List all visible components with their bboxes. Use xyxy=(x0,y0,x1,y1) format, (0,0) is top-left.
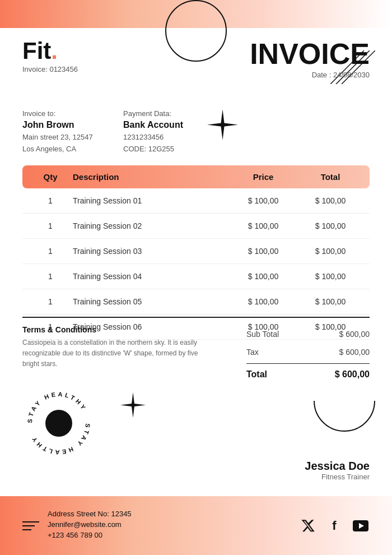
row-qty: 1 xyxy=(28,297,73,306)
total-value: $ 600,00 xyxy=(335,369,370,380)
footer-address: Address Street No: 12345 xyxy=(48,510,299,518)
row-desc: Training Session 03 xyxy=(73,247,230,256)
row-desc: Training Session 04 xyxy=(73,272,230,281)
row-desc: Training Session 05 xyxy=(73,297,230,306)
table-row: 1 Training Session 01 $ 100,00 $ 100,00 xyxy=(22,188,370,214)
col-qty: Qty xyxy=(28,172,73,182)
row-price: $ 100,00 xyxy=(230,297,297,306)
invoice-date: Date : 24/08/2030 xyxy=(250,71,370,79)
logo-section: Fit. Invoice: 0123456 xyxy=(22,39,78,73)
table-row: 1 Training Session 03 $ 100,00 $ 100,00 xyxy=(22,239,370,264)
row-price: $ 100,00 xyxy=(230,272,297,281)
stamp: STAY HEALTHY STAY HEALTHY xyxy=(22,387,95,460)
client-address: Main street 23, 12547 Los Angeles, CA xyxy=(22,132,123,155)
footer-email: Jennifer@website.com xyxy=(48,520,299,529)
table-header: Qty Description Price Total xyxy=(22,165,370,188)
table-row: 1 Training Session 05 $ 100,00 $ 100,00 xyxy=(22,289,370,314)
table-row: 1 Training Session 04 $ 100,00 $ 100,00 xyxy=(22,264,370,289)
footer-line-2 xyxy=(22,525,35,526)
star-decoration-billing xyxy=(207,109,238,142)
section-divider xyxy=(22,317,370,318)
col-price: Price xyxy=(230,172,297,182)
svg-point-5 xyxy=(45,410,72,437)
row-qty: 1 xyxy=(28,196,73,205)
signer-section: Jessica Doe Fitness Trainer xyxy=(305,460,370,481)
row-total: $ 100,00 xyxy=(297,221,364,230)
invoice-title-section: INVOICE Date : 24/08/2030 xyxy=(250,39,370,79)
row-qty: 1 xyxy=(28,272,73,281)
row-total: $ 100,00 xyxy=(297,196,364,205)
row-price: $ 100,00 xyxy=(230,247,297,256)
invoice-title: INVOICE xyxy=(250,39,370,68)
footer-lines-decoration xyxy=(22,521,39,530)
facebook-icon[interactable]: f xyxy=(325,517,343,535)
star-decoration-bottom xyxy=(120,392,146,420)
col-total: Total xyxy=(297,172,364,182)
subtotal-label: Sub Total xyxy=(246,330,279,339)
row-total: $ 100,00 xyxy=(297,247,364,256)
row-qty: 1 xyxy=(28,221,73,230)
total-final-row: Total $ 600,00 xyxy=(246,363,370,384)
terms-text: Cassiopeia is a constellation in the nor… xyxy=(22,337,213,370)
twitter-icon[interactable] xyxy=(299,517,317,535)
tax-row: Tax $ 600,00 xyxy=(246,343,370,361)
client-name: John Brown xyxy=(22,120,123,130)
invoice-table: Qty Description Price Total 1 Training S… xyxy=(22,165,370,340)
footer: Address Street No: 12345 Jennifer@websit… xyxy=(0,496,392,555)
tax-label: Tax xyxy=(246,348,259,357)
footer-line-1 xyxy=(22,521,39,522)
header: Fit. Invoice: 0123456 INVOICE Date : 24/… xyxy=(0,28,392,85)
signer-name: Jessica Doe xyxy=(305,460,370,473)
footer-phone: +123 456 789 00 xyxy=(48,531,299,539)
invoice-number: Invoice: 0123456 xyxy=(22,65,78,73)
logo-text: Fit xyxy=(22,38,51,64)
billing-section: Invoice to: John Brown Main street 23, 1… xyxy=(22,109,370,155)
row-qty: 1 xyxy=(28,247,73,256)
col-desc: Description xyxy=(73,172,230,182)
logo-dot: . xyxy=(51,38,58,64)
row-price: $ 100,00 xyxy=(230,221,297,230)
logo: Fit. xyxy=(22,39,78,63)
subtotal-row: Sub Total $ 600,00 xyxy=(246,325,370,343)
row-desc: Training Session 02 xyxy=(73,221,230,230)
row-desc: Training Session 01 xyxy=(73,196,230,205)
footer-line-3 xyxy=(22,529,31,530)
signer-title: Fitness Trainer xyxy=(305,473,370,481)
footer-contact: Address Street No: 12345 Jennifer@websit… xyxy=(48,510,299,542)
table-row: 1 Training Session 02 $ 100,00 $ 100,00 xyxy=(22,214,370,239)
totals-section: Sub Total $ 600,00 Tax $ 600,00 Total $ … xyxy=(246,325,370,384)
subtotal-value: $ 600,00 xyxy=(339,330,370,339)
terms-section: Terms & Conditions Cassiopeia is a const… xyxy=(22,325,213,370)
total-label: Total xyxy=(246,369,267,380)
youtube-icon[interactable] xyxy=(352,517,370,535)
row-total: $ 100,00 xyxy=(297,297,364,306)
bill-to: Invoice to: John Brown Main street 23, 1… xyxy=(22,109,123,155)
row-price: $ 100,00 xyxy=(230,196,297,205)
tax-value: $ 600,00 xyxy=(339,348,370,357)
bill-to-label: Invoice to: xyxy=(22,109,123,118)
footer-social: f xyxy=(299,517,370,535)
terms-title: Terms & Conditions xyxy=(22,325,213,334)
row-total: $ 100,00 xyxy=(297,272,364,281)
